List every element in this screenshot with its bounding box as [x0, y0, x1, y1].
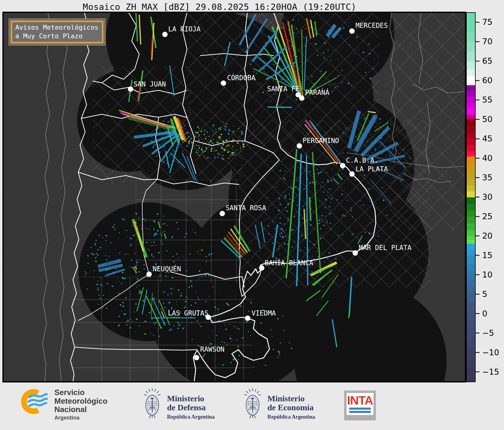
city-dot	[297, 143, 302, 149]
city-dot	[259, 265, 264, 271]
city-label: RAWSON	[200, 345, 224, 353]
colorbar-tick-label: −10	[482, 348, 499, 357]
city-dot	[349, 28, 355, 34]
inta-logo: INTA	[344, 391, 376, 420]
dbz-colorbar: 757065605550454035302520151050−5−10−15	[466, 12, 504, 383]
colorbar-tick-label: 0	[482, 309, 487, 318]
city-dot	[349, 171, 355, 177]
colorbar-tick-label: 5	[482, 289, 487, 299]
city-dot	[146, 272, 152, 277]
smn-icon	[19, 388, 50, 416]
smn-logo-block: Servicio Meteorológico Nacional Argentin…	[19, 388, 108, 421]
smn-name-line3: Nacional	[54, 405, 108, 414]
colorbar-tick-label: 20	[482, 231, 492, 240]
colorbar-tick-label: −15	[482, 367, 499, 376]
warning-line-2: a Muy Corto Plazo	[15, 32, 98, 40]
colorbar-tick-label: 45	[482, 134, 492, 143]
defensa-line2: de Defensa	[167, 403, 215, 412]
colorbar-tick-label: 35	[482, 173, 492, 182]
city-label: LA RIOJA	[168, 25, 201, 33]
product-title: Mosaico ZH MAX [dBZ] 29.08.2025 16:20HOA…	[3, 2, 436, 12]
city-dot	[221, 80, 226, 86]
city-label: PARANÁ	[305, 88, 330, 96]
city-label: CÓRDOBA	[227, 74, 255, 82]
colorbar-tick-label: 60	[482, 76, 492, 85]
colorbar-tick-label: 25	[482, 212, 492, 221]
colorbar-tick-label: −5	[482, 328, 494, 338]
inta-label: INTA	[347, 395, 373, 406]
city-label: SANTA ROSA	[226, 204, 266, 212]
city-label: SAN JUAN	[134, 80, 166, 88]
city-label: SANTA FE	[267, 85, 299, 93]
city-dot	[299, 95, 304, 101]
ministerio-economia-block: Ministerio de Economía República Argenti…	[243, 386, 315, 422]
colorbar-tick-label: 10	[482, 270, 492, 279]
city-label: LAS GRUTAS	[168, 309, 208, 317]
inta-bar-top	[349, 408, 371, 410]
economia-line1: Ministerio	[267, 394, 315, 403]
radar-map-canvas: LA RIOJAMERCEDESSAN JUANCÓRDOBASANTA FEP…	[3, 12, 465, 382]
argentina-coat-of-arms-icon	[143, 386, 162, 422]
city-label: C.A.B.A.	[346, 156, 378, 164]
city-dot	[162, 32, 168, 37]
city-dot	[340, 163, 345, 168]
city-dot	[128, 86, 133, 92]
radar-map: LA RIOJAMERCEDESSAN JUANCÓRDOBASANTA FEP…	[3, 12, 465, 382]
city-dot	[353, 250, 358, 256]
city-label: BAHÍA BLANCA	[265, 259, 313, 267]
city-label: LA PLATA	[356, 165, 388, 173]
city-dot	[245, 315, 250, 321]
city-label: MERCEDES	[356, 22, 388, 29]
city-label: MAR DEL PLATA	[359, 244, 412, 251]
inta-bar-bottom	[349, 411, 371, 413]
colorbar-tick-label: 75	[482, 17, 492, 27]
short-term-warnings-banner[interactable]: Avisos Meteorológicos a Muy Corto Plazo	[9, 19, 105, 45]
city-dot	[220, 211, 225, 216]
colorbar-tick-label: 40	[482, 153, 492, 163]
economia-sub: República Argentina	[267, 414, 315, 420]
city-label: NEUQUÉN	[153, 265, 181, 273]
colorbar-tick-label: 15	[482, 251, 492, 260]
city-label: VIEDMA	[252, 309, 276, 317]
smn-country: Argentina	[54, 415, 108, 421]
smn-name-line2: Meteorológico	[54, 397, 108, 405]
colorbar-tick-label: 50	[482, 115, 492, 124]
smn-name-line1: Servicio	[54, 388, 108, 397]
city-dot	[194, 355, 199, 360]
colorbar-tick-label: 70	[482, 37, 492, 46]
warning-line-1: Avisos Meteorológicos	[15, 23, 98, 32]
ministerio-defensa-block: Ministerio de Defensa República Argentin…	[143, 386, 215, 422]
defensa-line1: Ministerio	[167, 394, 215, 403]
economia-line2: de Economía	[267, 403, 315, 412]
colorbar-tick-label: 55	[482, 95, 492, 104]
city-label: PERGAMINO	[303, 137, 339, 144]
defensa-sub: República Argentina	[167, 414, 215, 420]
colorbar-tick-label: 65	[482, 56, 492, 65]
argentina-coat-of-arms-icon	[243, 386, 262, 422]
colorbar-tick-label: 30	[482, 192, 492, 202]
